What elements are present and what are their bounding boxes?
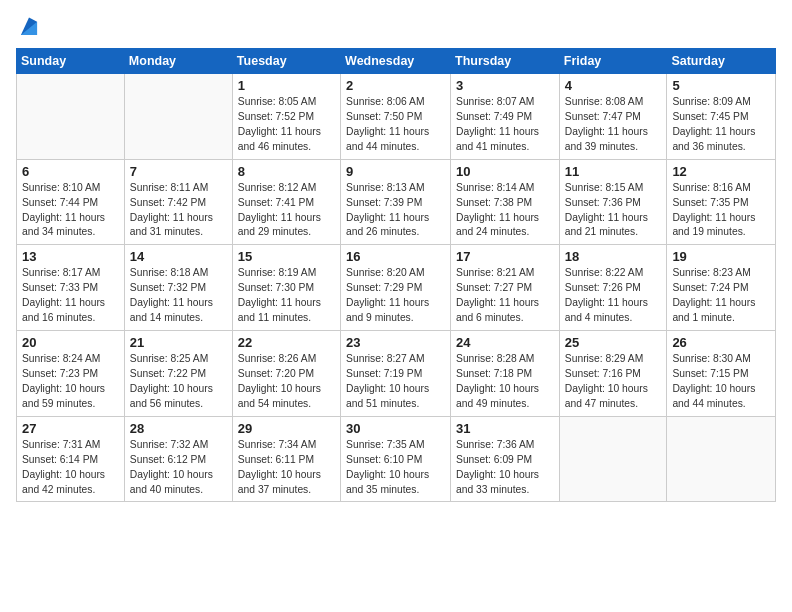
week-row-4: 20Sunrise: 8:24 AM Sunset: 7:23 PM Dayli… bbox=[17, 331, 776, 417]
day-number: 19 bbox=[672, 249, 770, 264]
calendar-table: SundayMondayTuesdayWednesdayThursdayFrid… bbox=[16, 48, 776, 502]
day-number: 18 bbox=[565, 249, 662, 264]
day-number: 23 bbox=[346, 335, 445, 350]
day-number: 29 bbox=[238, 421, 335, 436]
day-info: Sunrise: 8:22 AM Sunset: 7:26 PM Dayligh… bbox=[565, 266, 662, 326]
day-number: 13 bbox=[22, 249, 119, 264]
calendar-cell: 17Sunrise: 8:21 AM Sunset: 7:27 PM Dayli… bbox=[451, 245, 560, 331]
week-row-1: 1Sunrise: 8:05 AM Sunset: 7:52 PM Daylig… bbox=[17, 74, 776, 160]
calendar-cell: 5Sunrise: 8:09 AM Sunset: 7:45 PM Daylig… bbox=[667, 74, 776, 160]
calendar-cell: 10Sunrise: 8:14 AM Sunset: 7:38 PM Dayli… bbox=[451, 159, 560, 245]
day-number: 26 bbox=[672, 335, 770, 350]
day-info: Sunrise: 8:17 AM Sunset: 7:33 PM Dayligh… bbox=[22, 266, 119, 326]
day-info: Sunrise: 7:36 AM Sunset: 6:09 PM Dayligh… bbox=[456, 438, 554, 498]
calendar-cell: 8Sunrise: 8:12 AM Sunset: 7:41 PM Daylig… bbox=[232, 159, 340, 245]
weekday-header-monday: Monday bbox=[124, 49, 232, 74]
calendar-cell: 11Sunrise: 8:15 AM Sunset: 7:36 PM Dayli… bbox=[559, 159, 667, 245]
day-number: 3 bbox=[456, 78, 554, 93]
day-number: 20 bbox=[22, 335, 119, 350]
calendar-cell: 15Sunrise: 8:19 AM Sunset: 7:30 PM Dayli… bbox=[232, 245, 340, 331]
day-number: 28 bbox=[130, 421, 227, 436]
calendar-cell: 31Sunrise: 7:36 AM Sunset: 6:09 PM Dayli… bbox=[451, 416, 560, 502]
day-info: Sunrise: 7:32 AM Sunset: 6:12 PM Dayligh… bbox=[130, 438, 227, 498]
day-number: 4 bbox=[565, 78, 662, 93]
day-number: 11 bbox=[565, 164, 662, 179]
calendar-cell: 29Sunrise: 7:34 AM Sunset: 6:11 PM Dayli… bbox=[232, 416, 340, 502]
calendar-cell: 25Sunrise: 8:29 AM Sunset: 7:16 PM Dayli… bbox=[559, 331, 667, 417]
calendar-cell bbox=[124, 74, 232, 160]
calendar-cell: 22Sunrise: 8:26 AM Sunset: 7:20 PM Dayli… bbox=[232, 331, 340, 417]
calendar-cell: 20Sunrise: 8:24 AM Sunset: 7:23 PM Dayli… bbox=[17, 331, 125, 417]
day-number: 25 bbox=[565, 335, 662, 350]
calendar-cell: 4Sunrise: 8:08 AM Sunset: 7:47 PM Daylig… bbox=[559, 74, 667, 160]
weekday-header-friday: Friday bbox=[559, 49, 667, 74]
day-number: 24 bbox=[456, 335, 554, 350]
day-info: Sunrise: 8:06 AM Sunset: 7:50 PM Dayligh… bbox=[346, 95, 445, 155]
day-info: Sunrise: 8:25 AM Sunset: 7:22 PM Dayligh… bbox=[130, 352, 227, 412]
day-info: Sunrise: 8:11 AM Sunset: 7:42 PM Dayligh… bbox=[130, 181, 227, 241]
day-info: Sunrise: 8:19 AM Sunset: 7:30 PM Dayligh… bbox=[238, 266, 335, 326]
day-number: 9 bbox=[346, 164, 445, 179]
day-info: Sunrise: 8:10 AM Sunset: 7:44 PM Dayligh… bbox=[22, 181, 119, 241]
calendar-cell: 12Sunrise: 8:16 AM Sunset: 7:35 PM Dayli… bbox=[667, 159, 776, 245]
logo-icon bbox=[18, 16, 40, 38]
page: SundayMondayTuesdayWednesdayThursdayFrid… bbox=[0, 0, 792, 514]
calendar-cell: 1Sunrise: 8:05 AM Sunset: 7:52 PM Daylig… bbox=[232, 74, 340, 160]
week-row-3: 13Sunrise: 8:17 AM Sunset: 7:33 PM Dayli… bbox=[17, 245, 776, 331]
day-number: 16 bbox=[346, 249, 445, 264]
calendar-cell: 23Sunrise: 8:27 AM Sunset: 7:19 PM Dayli… bbox=[341, 331, 451, 417]
calendar-cell: 3Sunrise: 8:07 AM Sunset: 7:49 PM Daylig… bbox=[451, 74, 560, 160]
day-number: 17 bbox=[456, 249, 554, 264]
day-number: 5 bbox=[672, 78, 770, 93]
day-number: 31 bbox=[456, 421, 554, 436]
day-number: 6 bbox=[22, 164, 119, 179]
week-row-5: 27Sunrise: 7:31 AM Sunset: 6:14 PM Dayli… bbox=[17, 416, 776, 502]
day-info: Sunrise: 8:20 AM Sunset: 7:29 PM Dayligh… bbox=[346, 266, 445, 326]
day-info: Sunrise: 8:27 AM Sunset: 7:19 PM Dayligh… bbox=[346, 352, 445, 412]
day-number: 12 bbox=[672, 164, 770, 179]
day-info: Sunrise: 8:05 AM Sunset: 7:52 PM Dayligh… bbox=[238, 95, 335, 155]
calendar-cell: 18Sunrise: 8:22 AM Sunset: 7:26 PM Dayli… bbox=[559, 245, 667, 331]
day-info: Sunrise: 8:24 AM Sunset: 7:23 PM Dayligh… bbox=[22, 352, 119, 412]
day-number: 27 bbox=[22, 421, 119, 436]
day-info: Sunrise: 8:15 AM Sunset: 7:36 PM Dayligh… bbox=[565, 181, 662, 241]
day-number: 1 bbox=[238, 78, 335, 93]
weekday-header-saturday: Saturday bbox=[667, 49, 776, 74]
day-info: Sunrise: 8:28 AM Sunset: 7:18 PM Dayligh… bbox=[456, 352, 554, 412]
weekday-header-row: SundayMondayTuesdayWednesdayThursdayFrid… bbox=[17, 49, 776, 74]
day-number: 22 bbox=[238, 335, 335, 350]
day-number: 10 bbox=[456, 164, 554, 179]
calendar-cell bbox=[559, 416, 667, 502]
day-number: 2 bbox=[346, 78, 445, 93]
day-info: Sunrise: 8:13 AM Sunset: 7:39 PM Dayligh… bbox=[346, 181, 445, 241]
logo bbox=[16, 16, 40, 38]
day-number: 14 bbox=[130, 249, 227, 264]
calendar-cell: 28Sunrise: 7:32 AM Sunset: 6:12 PM Dayli… bbox=[124, 416, 232, 502]
day-info: Sunrise: 8:21 AM Sunset: 7:27 PM Dayligh… bbox=[456, 266, 554, 326]
day-info: Sunrise: 7:34 AM Sunset: 6:11 PM Dayligh… bbox=[238, 438, 335, 498]
calendar-cell: 30Sunrise: 7:35 AM Sunset: 6:10 PM Dayli… bbox=[341, 416, 451, 502]
day-info: Sunrise: 8:16 AM Sunset: 7:35 PM Dayligh… bbox=[672, 181, 770, 241]
calendar-cell: 2Sunrise: 8:06 AM Sunset: 7:50 PM Daylig… bbox=[341, 74, 451, 160]
weekday-header-tuesday: Tuesday bbox=[232, 49, 340, 74]
calendar-cell: 21Sunrise: 8:25 AM Sunset: 7:22 PM Dayli… bbox=[124, 331, 232, 417]
day-info: Sunrise: 8:12 AM Sunset: 7:41 PM Dayligh… bbox=[238, 181, 335, 241]
day-number: 15 bbox=[238, 249, 335, 264]
day-info: Sunrise: 8:30 AM Sunset: 7:15 PM Dayligh… bbox=[672, 352, 770, 412]
header bbox=[16, 16, 776, 38]
day-number: 21 bbox=[130, 335, 227, 350]
day-info: Sunrise: 8:23 AM Sunset: 7:24 PM Dayligh… bbox=[672, 266, 770, 326]
calendar-cell: 26Sunrise: 8:30 AM Sunset: 7:15 PM Dayli… bbox=[667, 331, 776, 417]
day-number: 8 bbox=[238, 164, 335, 179]
weekday-header-sunday: Sunday bbox=[17, 49, 125, 74]
day-info: Sunrise: 8:26 AM Sunset: 7:20 PM Dayligh… bbox=[238, 352, 335, 412]
calendar-cell: 14Sunrise: 8:18 AM Sunset: 7:32 PM Dayli… bbox=[124, 245, 232, 331]
calendar-cell bbox=[17, 74, 125, 160]
day-number: 30 bbox=[346, 421, 445, 436]
calendar-cell: 9Sunrise: 8:13 AM Sunset: 7:39 PM Daylig… bbox=[341, 159, 451, 245]
day-info: Sunrise: 8:07 AM Sunset: 7:49 PM Dayligh… bbox=[456, 95, 554, 155]
day-info: Sunrise: 8:08 AM Sunset: 7:47 PM Dayligh… bbox=[565, 95, 662, 155]
day-info: Sunrise: 8:18 AM Sunset: 7:32 PM Dayligh… bbox=[130, 266, 227, 326]
calendar-cell: 27Sunrise: 7:31 AM Sunset: 6:14 PM Dayli… bbox=[17, 416, 125, 502]
calendar-cell bbox=[667, 416, 776, 502]
